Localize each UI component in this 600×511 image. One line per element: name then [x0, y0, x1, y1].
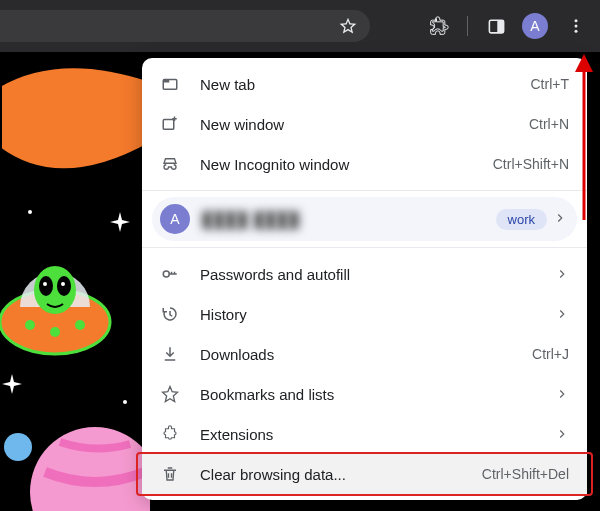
svg-point-8: [57, 276, 71, 296]
menu-item-label: New Incognito window: [200, 156, 493, 173]
svg-marker-13: [2, 374, 22, 394]
profile-avatar-small: A: [160, 204, 190, 234]
avatar-letter: A: [170, 211, 179, 227]
menu-item-shortcut: Ctrl+J: [532, 346, 569, 362]
menu-item-label: Downloads: [200, 346, 532, 363]
chevron-right-icon: [551, 267, 569, 281]
svg-point-20: [575, 25, 578, 28]
menu-item-shortcut: Ctrl+Shift+Del: [482, 466, 569, 482]
svg-point-7: [39, 276, 53, 296]
menu-item-label: History: [200, 306, 539, 323]
menu-item-shortcut: Ctrl+Shift+N: [493, 156, 569, 172]
new-tab-icon: [160, 74, 180, 94]
menu-profile-row[interactable]: A ████ ████ work: [152, 197, 577, 241]
chevron-right-icon: [553, 211, 567, 228]
extensions-puzzle-icon: [160, 424, 180, 444]
svg-point-21: [575, 30, 578, 33]
menu-item-bookmarks[interactable]: Bookmarks and lists: [142, 374, 587, 414]
svg-point-15: [123, 400, 127, 404]
star-icon: [160, 384, 180, 404]
menu-item-history[interactable]: History: [142, 294, 587, 334]
menu-item-new-window[interactable]: New window Ctrl+N: [142, 104, 587, 144]
extensions-icon[interactable]: [427, 14, 451, 38]
overflow-menu-button[interactable]: [562, 12, 590, 40]
menu-item-extensions[interactable]: Extensions: [142, 414, 587, 454]
svg-rect-24: [163, 120, 174, 130]
profile-name-blurred: ████ ████: [202, 211, 496, 228]
svg-point-10: [61, 282, 65, 286]
browser-toolbar: A: [0, 0, 600, 52]
menu-item-label: Bookmarks and lists: [200, 386, 539, 403]
chevron-right-icon: [551, 427, 569, 441]
overflow-menu: New tab Ctrl+T New window Ctrl+N New Inc…: [142, 58, 587, 500]
key-icon: [160, 264, 180, 284]
svg-point-4: [50, 327, 60, 337]
menu-item-shortcut: Ctrl+N: [529, 116, 569, 132]
menu-separator: [142, 247, 587, 248]
svg-marker-14: [110, 212, 130, 232]
menu-item-label: New window: [200, 116, 529, 133]
svg-point-9: [43, 282, 47, 286]
chevron-right-icon: [551, 387, 569, 401]
profile-avatar[interactable]: A: [522, 13, 548, 39]
svg-point-16: [28, 210, 32, 214]
menu-item-label: Passwords and autofill: [200, 266, 539, 283]
incognito-icon: [160, 154, 180, 174]
omnibox[interactable]: [0, 10, 370, 42]
svg-rect-18: [497, 20, 503, 33]
svg-point-3: [25, 320, 35, 330]
svg-point-12: [4, 433, 32, 461]
trash-icon: [160, 464, 180, 484]
menu-item-new-tab[interactable]: New tab Ctrl+T: [142, 64, 587, 104]
menu-item-downloads[interactable]: Downloads Ctrl+J: [142, 334, 587, 374]
menu-item-label: New tab: [200, 76, 531, 93]
menu-item-passwords[interactable]: Passwords and autofill: [142, 254, 587, 294]
download-icon: [160, 344, 180, 364]
history-icon: [160, 304, 180, 324]
sidepanel-icon[interactable]: [484, 14, 508, 38]
menu-item-label: Clear browsing data...: [200, 466, 482, 483]
avatar-letter: A: [530, 18, 539, 34]
menu-item-incognito[interactable]: New Incognito window Ctrl+Shift+N: [142, 144, 587, 184]
new-window-icon: [160, 114, 180, 134]
menu-item-clear-browsing-data[interactable]: Clear browsing data... Ctrl+Shift+Del: [142, 454, 587, 494]
svg-point-5: [75, 320, 85, 330]
star-bookmark-icon[interactable]: [336, 14, 360, 38]
menu-separator: [142, 190, 587, 191]
svg-rect-0: [0, 52, 2, 511]
menu-item-shortcut: Ctrl+T: [531, 76, 570, 92]
svg-point-19: [575, 19, 578, 22]
svg-rect-23: [163, 80, 169, 83]
menu-item-label: Extensions: [200, 426, 539, 443]
chevron-right-icon: [551, 307, 569, 321]
profile-badge: work: [496, 209, 547, 230]
svg-point-25: [163, 271, 169, 277]
toolbar-divider: [467, 16, 468, 36]
